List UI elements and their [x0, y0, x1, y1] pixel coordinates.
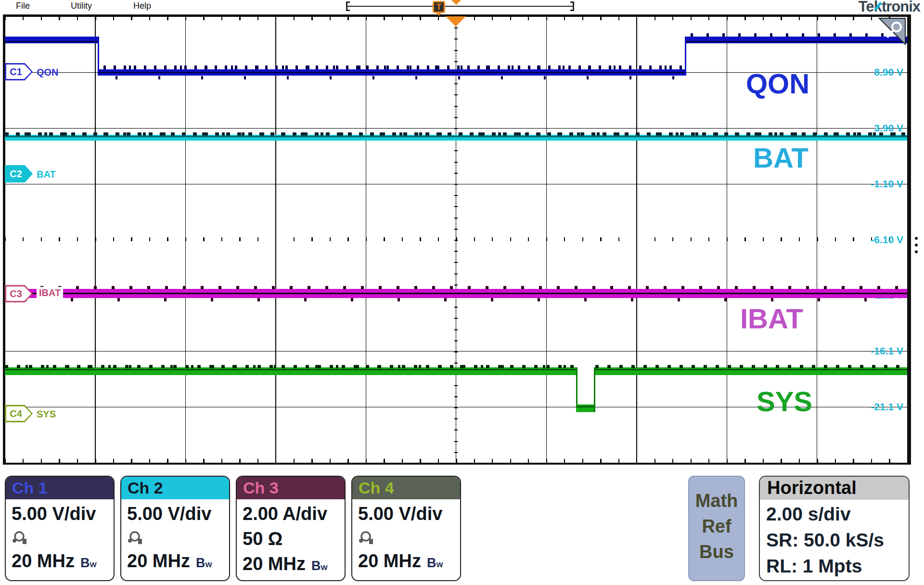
channel-tag-c2[interactable]: C2 — [5, 165, 33, 182]
menu-bar: File Utility Help — [0, 0, 924, 13]
probe-icon — [127, 526, 223, 548]
horizontal-badge[interactable]: Horizontal 2.00 s/div SR: 50.0 kS/s RL: … — [759, 476, 910, 581]
waveform-graticule: 8.90 V 3.90 V -1.10 V -6.10 V -11.1 V -1… — [3, 14, 911, 465]
scale-label: -6.10 V — [871, 234, 903, 246]
side-menu-handle[interactable] — [915, 237, 919, 257]
bandwidth-limit-icon: BW — [311, 553, 328, 580]
trace-label-qon: QON — [746, 69, 809, 98]
menu-file[interactable]: File — [16, 1, 30, 11]
ch1-title: Ch 1 — [6, 477, 114, 499]
horizontal-sample-rate: SR: 50.0 kS/s — [766, 527, 909, 553]
ch1-bandwidth: 20 MHz — [12, 548, 75, 573]
ch3-termination: 50 Ω — [243, 526, 339, 551]
tektronix-logo: Tektronix — [859, 0, 920, 15]
ch2-title: Ch 2 — [121, 477, 229, 499]
ch3-bandwidth: 20 MHz — [243, 551, 306, 576]
ch1-scale: 5.00 V/div — [12, 501, 108, 526]
trace-ibat-noise — [24, 298, 890, 301]
trace-ibat — [5, 289, 907, 298]
probe-icon — [358, 526, 454, 548]
trace-bat-noise — [5, 132, 907, 136]
trace-sys-left — [5, 367, 576, 375]
channel-tag-label-bat: BAT — [37, 169, 56, 180]
scale-label: 8.90 V — [874, 66, 903, 78]
channel-badge-ch4[interactable]: Ch 4 5.00 V/div 20 MHz BW — [351, 476, 461, 581]
trace-sys-noise — [595, 365, 907, 368]
ch2-scale: 5.00 V/div — [127, 501, 223, 526]
trace-qon-low — [98, 69, 686, 76]
ref-label: Ref — [689, 514, 744, 539]
trigger-t-marker[interactable]: T — [433, 1, 445, 13]
ch3-title: Ch 3 — [237, 477, 345, 499]
trigger-position-icon[interactable] — [451, 0, 461, 5]
ch4-scale: 5.00 V/div — [358, 501, 454, 526]
record-window-right-bracket[interactable] — [570, 1, 574, 11]
trigger-position-triangle[interactable] — [446, 16, 466, 26]
bus-label: Bus — [689, 539, 744, 565]
scale-label: -1.10 V — [871, 178, 903, 190]
channel-tag-label-sys: SYS — [37, 408, 56, 420]
trace-label-ibat: IBAT — [740, 304, 803, 333]
zoom-glass-icon[interactable] — [878, 17, 906, 45]
trace-sys-dip-bottom — [576, 404, 595, 412]
ch2-bandwidth: 20 MHz — [127, 548, 190, 573]
trace-qon-noise — [116, 76, 683, 79]
center-column-minor-ticks — [454, 16, 458, 463]
channel-tag-c4[interactable]: C4 — [5, 405, 33, 422]
horizontal-record-length: RL: 1 Mpts — [766, 553, 909, 579]
trace-sys-right — [595, 367, 907, 375]
trace-label-sys: SYS — [757, 387, 812, 416]
trace-sys-noise — [5, 365, 576, 368]
horizontal-title: Horizontal — [760, 477, 909, 500]
record-bar-line — [347, 6, 574, 7]
probe-icon — [12, 526, 108, 548]
math-ref-bus-button[interactable]: Math Ref Bus — [688, 476, 745, 581]
ch3-scale: 2.00 A/div — [243, 501, 339, 526]
trace-qon-high-left — [5, 37, 98, 43]
channel-badge-ch2[interactable]: Ch 2 5.00 V/div 20 MHz BW — [120, 476, 230, 581]
menu-utility[interactable]: Utility — [71, 1, 92, 11]
channel-badge-ch1[interactable]: Ch 1 5.00 V/div 20 MHz BW — [5, 476, 115, 581]
ch4-title: Ch 4 — [352, 477, 460, 499]
channel-tag-label-ibat: IBAT — [37, 287, 63, 299]
math-label: Math — [689, 488, 744, 514]
trace-qon-noise — [103, 65, 683, 69]
bottom-minor-ticks — [5, 459, 907, 463]
channel-tag-c3[interactable]: C3 — [5, 285, 33, 302]
menu-help[interactable]: Help — [133, 1, 151, 11]
trace-ibat-noise — [5, 286, 907, 289]
horizontal-scale: 2.00 s/div — [766, 501, 909, 527]
bandwidth-limit-icon: BW — [80, 550, 97, 577]
channel-tag-c1[interactable]: C1 — [5, 63, 33, 80]
scale-label: -16.1 V — [871, 345, 903, 357]
trace-label-bat: BAT — [753, 143, 808, 172]
scale-label: -21.1 V — [871, 401, 903, 413]
trace-qon-high-right — [686, 37, 907, 43]
bandwidth-limit-icon: BW — [427, 550, 443, 577]
ch4-bandwidth: 20 MHz — [358, 548, 421, 573]
bandwidth-limit-icon: BW — [196, 550, 212, 577]
record-window-left-bracket[interactable] — [346, 1, 350, 11]
channel-badge-ch3[interactable]: Ch 3 2.00 A/div 50 Ω 20 MHz BW — [236, 476, 346, 581]
channel-tag-label-qon: QON — [37, 66, 59, 78]
trace-qon-noise — [691, 33, 907, 37]
